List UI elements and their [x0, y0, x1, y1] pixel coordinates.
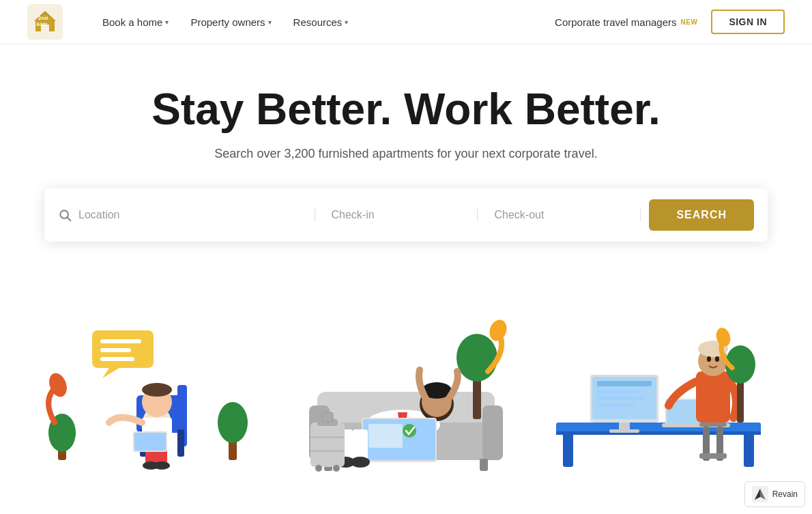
checkout-input[interactable]	[494, 209, 632, 221]
svg-point-58	[333, 465, 340, 472]
illustrations-section	[0, 310, 812, 474]
svg-rect-67	[597, 381, 652, 386]
resources-chevron-icon: ▾	[345, 18, 348, 26]
svg-rect-9	[100, 348, 131, 352]
illustration-1	[44, 317, 263, 474]
svg-rect-54	[322, 412, 333, 422]
hero-subtitle: Search over 3,200 furnished apartments f…	[27, 147, 785, 161]
hero-section: Stay Better. Work Better. Search over 3,…	[0, 44, 812, 269]
revain-label: Revain	[772, 489, 798, 499]
nav-resources[interactable]: Resources ▾	[285, 11, 357, 33]
svg-rect-82	[699, 453, 727, 459]
logo-icon: 2nd Addr	[27, 4, 63, 40]
svg-rect-62	[744, 433, 754, 467]
svg-rect-33	[482, 405, 503, 460]
checkin-input[interactable]	[332, 209, 469, 221]
svg-text:Addr: Addr	[36, 22, 48, 27]
signin-button[interactable]: SIGN IN	[711, 10, 785, 34]
svg-text:2nd: 2nd	[38, 15, 48, 21]
illustration-3	[549, 317, 768, 474]
svg-rect-69	[597, 397, 645, 400]
svg-point-37	[456, 334, 497, 382]
search-bar: SEARCH	[44, 188, 768, 242]
logo[interactable]: 2nd Addr	[27, 4, 67, 40]
svg-marker-7	[102, 368, 119, 378]
svg-rect-61	[563, 433, 573, 467]
svg-rect-56	[310, 450, 345, 452]
nav-right: Corporate travel managers NEW SIGN IN	[555, 10, 785, 34]
svg-point-29	[218, 402, 248, 443]
svg-rect-10	[100, 357, 134, 361]
svg-point-57	[315, 465, 322, 472]
svg-rect-55	[310, 436, 345, 438]
search-button[interactable]: SEARCH	[649, 199, 754, 231]
checkout-field	[486, 209, 641, 221]
svg-line-5	[68, 218, 71, 221]
navbar: 2nd Addr Book a home ▾ Property owners ▾…	[0, 0, 812, 44]
location-input[interactable]	[78, 209, 306, 221]
svg-rect-79	[699, 423, 727, 427]
svg-point-50	[351, 457, 370, 468]
hero-title: Stay Better. Work Better.	[27, 85, 785, 133]
search-icon	[58, 208, 72, 222]
nav-property-owners[interactable]: Property owners ▾	[182, 11, 279, 33]
svg-point-77	[707, 356, 711, 362]
svg-rect-74	[696, 371, 730, 423]
svg-rect-68	[597, 390, 638, 393]
svg-point-46	[403, 424, 416, 438]
checkin-field	[323, 209, 478, 221]
nav-book-a-home[interactable]: Book a home ▾	[94, 11, 177, 33]
revain-logo-icon	[752, 486, 768, 502]
illustration-2	[297, 317, 515, 474]
svg-rect-24	[134, 433, 166, 451]
property-owners-chevron-icon: ▾	[268, 18, 272, 26]
svg-rect-60	[556, 431, 761, 435]
svg-point-22	[142, 383, 172, 397]
svg-rect-14	[177, 429, 184, 457]
svg-rect-70	[597, 403, 635, 407]
svg-rect-8	[100, 339, 141, 343]
location-field	[58, 208, 315, 222]
nav-links: Book a home ▾ Property owners ▾ Resource…	[94, 11, 555, 33]
book-a-home-chevron-icon: ▾	[165, 18, 169, 26]
svg-point-78	[715, 356, 719, 362]
new-badge: NEW	[681, 18, 698, 26]
svg-rect-52	[310, 423, 345, 467]
svg-rect-45	[368, 424, 403, 448]
corporate-travel-managers-link[interactable]: Corporate travel managers NEW	[555, 16, 697, 28]
svg-rect-35	[480, 459, 488, 471]
revain-badge: Revain	[744, 481, 805, 507]
svg-rect-66	[609, 429, 639, 433]
svg-point-20	[154, 461, 170, 470]
